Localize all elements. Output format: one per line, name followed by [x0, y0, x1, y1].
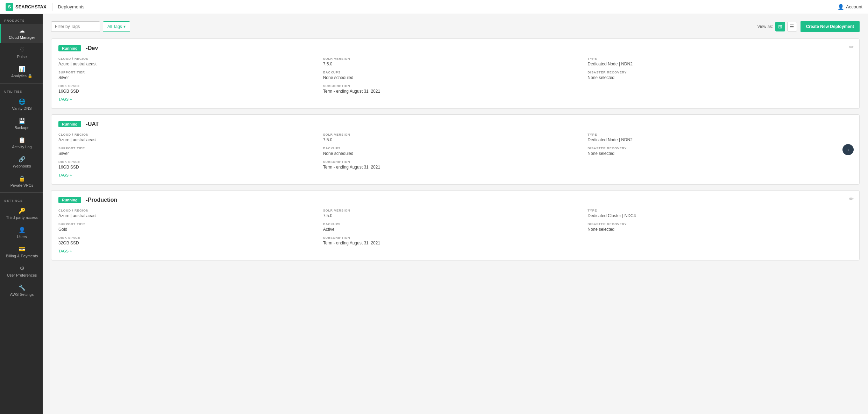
- field-subscription-production: SUBSCRIPTION Term - ending August 31, 20…: [323, 236, 588, 245]
- card-grid-dev: CLOUD / REGION Azure | australiaeast SOL…: [58, 57, 852, 94]
- deployment-card-uat: Running -UAT › CLOUD / REGION Azure | au…: [51, 114, 860, 185]
- third-party-icon: 🔑: [19, 207, 26, 214]
- field-type-production: TYPE Dedicated Cluster | NDC4: [588, 209, 852, 218]
- field-disaster-recovery-uat: DISASTER RECOVERY None selected: [588, 147, 852, 156]
- sidebar-item-activity-log[interactable]: 📋 Activity Log: [0, 133, 43, 152]
- field-subscription-dev: SUBSCRIPTION Term - ending August 31, 20…: [323, 84, 588, 94]
- sidebar-item-private-vpcs[interactable]: 🔒 Private VPCs: [0, 172, 43, 191]
- sidebar-item-billing[interactable]: 💳 Billing & Payments: [0, 242, 43, 262]
- field-cloud-region-dev: CLOUD / REGION Azure | australiaeast: [58, 57, 323, 66]
- activity-log-icon: 📋: [19, 137, 26, 143]
- list-view-button[interactable]: ☰: [787, 22, 797, 31]
- sidebar-label-billing: Billing & Payments: [6, 254, 38, 258]
- field-solr-version-production: SOLR VERSION 7.5.0: [323, 209, 588, 218]
- right-toolbar: View as: ⊞ ☰ Create New Deployment: [757, 21, 860, 32]
- sidebar-item-backups[interactable]: 💾 Backups: [0, 114, 43, 133]
- create-new-deployment-button[interactable]: Create New Deployment: [801, 21, 860, 32]
- sidebar-item-aws-settings[interactable]: 🔧 AWS Settings: [0, 281, 43, 300]
- tags-link-uat[interactable]: TAGS +: [58, 173, 72, 177]
- sidebar-label-webhooks: Webhooks: [13, 164, 31, 168]
- sidebar-label-cloud-manager: Cloud Manager: [9, 35, 35, 40]
- tags-link-dev[interactable]: TAGS +: [58, 97, 72, 101]
- sidebar-divider-2: [0, 192, 43, 193]
- field-type-uat: TYPE Dedicated Node | NDN2: [588, 133, 852, 142]
- app-body: PRODUCTS ☁ Cloud Manager ♡ Pulse 📊 Analy…: [0, 14, 868, 414]
- sidebar-item-user-preferences[interactable]: ⚙ User Preferences: [0, 262, 43, 281]
- sidebar-label-private-vpcs: Private VPCs: [10, 183, 33, 187]
- tags-link-production[interactable]: TAGS +: [58, 249, 72, 253]
- status-badge-dev: Running: [58, 45, 81, 51]
- pulse-icon: ♡: [20, 47, 24, 53]
- main-content: All Tags ▾ View as: ⊞ ☰ Create New Deplo…: [43, 14, 868, 414]
- status-badge-production: Running: [58, 197, 81, 203]
- grid-view-button[interactable]: ⊞: [775, 22, 785, 31]
- sidebar-divider-1: [0, 83, 43, 84]
- field-backups-production: BACKUPS Active: [323, 222, 588, 232]
- field-support-tier-production: SUPPORT TIER Gold: [58, 222, 323, 232]
- backups-icon: 💾: [19, 117, 26, 124]
- logo-s-badge: S: [6, 3, 13, 11]
- brand-logo[interactable]: S SEARCHSTAX: [6, 3, 47, 11]
- page-title: Deployments: [58, 4, 85, 9]
- field-solr-version-dev: SOLR VERSION 7.5.0: [323, 57, 588, 66]
- field-disk-space-dev: DISK SPACE 16GB SSD: [58, 84, 323, 94]
- main-toolbar: All Tags ▾ View as: ⊞ ☰ Create New Deplo…: [51, 21, 860, 32]
- field-type-dev: TYPE Dedicated Node | NDN2: [588, 57, 852, 66]
- aws-settings-icon: 🔧: [19, 284, 26, 291]
- deployment-list: Running -Dev ✏ CLOUD / REGION Azure | au…: [51, 38, 860, 260]
- edit-button-dev[interactable]: ✏: [849, 44, 854, 50]
- sidebar-label-activity-log: Activity Log: [12, 145, 31, 149]
- webhooks-icon: 🔗: [19, 156, 26, 163]
- field-support-tier-dev: SUPPORT TIER Silver: [58, 71, 323, 80]
- analytics-icon: 📊: [19, 66, 26, 72]
- account-icon: 👤: [838, 4, 844, 10]
- field-backups-uat: BACKUPS None scheduled: [323, 147, 588, 156]
- sidebar-item-vanity-dns[interactable]: 🌐 Vanity DNS: [0, 95, 43, 114]
- account-label: Account: [846, 4, 862, 9]
- account-menu[interactable]: 👤 Account: [838, 4, 862, 10]
- field-disk-space-uat: DISK SPACE 16GB SSD: [58, 160, 323, 170]
- sidebar-section-products: PRODUCTS: [0, 14, 43, 24]
- field-cloud-region-uat: CLOUD / REGION Azure | australiaeast: [58, 133, 323, 142]
- sidebar-item-cloud-manager[interactable]: ☁ Cloud Manager: [0, 24, 43, 43]
- field-support-tier-uat: SUPPORT TIER Silver: [58, 147, 323, 156]
- filter-by-tags-input[interactable]: [51, 21, 100, 32]
- filter-area: All Tags ▾: [51, 21, 130, 32]
- sidebar-label-analytics: Analytics 🔒: [11, 74, 33, 78]
- view-toggle: View as: ⊞ ☰: [757, 22, 797, 31]
- field-disaster-recovery-dev: DISASTER RECOVERY None selected: [588, 71, 852, 80]
- billing-icon: 💳: [19, 246, 26, 252]
- edit-button-production[interactable]: ✏: [849, 195, 854, 202]
- card-grid-uat: CLOUD / REGION Azure | australiaeast SOL…: [58, 133, 852, 170]
- sidebar: PRODUCTS ☁ Cloud Manager ♡ Pulse 📊 Analy…: [0, 14, 43, 414]
- deployment-name-production: -Production: [86, 197, 118, 203]
- view-as-label: View as:: [757, 24, 773, 29]
- sidebar-item-pulse[interactable]: ♡ Pulse: [0, 43, 43, 62]
- all-tags-label: All Tags: [107, 24, 122, 29]
- sidebar-label-pulse: Pulse: [17, 55, 27, 59]
- sidebar-label-vanity-dns: Vanity DNS: [12, 106, 31, 110]
- sidebar-item-webhooks[interactable]: 🔗 Webhooks: [0, 152, 43, 172]
- chevron-down-icon: ▾: [123, 24, 126, 29]
- sidebar-item-users[interactable]: 👤 Users: [0, 223, 43, 242]
- sidebar-label-user-prefs: User Preferences: [7, 273, 37, 277]
- status-badge-uat: Running: [58, 121, 81, 127]
- sidebar-section-utilities: UTILITIES: [0, 85, 43, 95]
- brand-name: SEARCHSTAX: [15, 4, 47, 9]
- field-subscription-uat: SUBSCRIPTION Term - ending August 31, 20…: [323, 160, 588, 170]
- sidebar-label-aws-settings: AWS Settings: [10, 292, 34, 297]
- card-header-dev: Running -Dev: [58, 45, 852, 51]
- field-disaster-recovery-production: DISASTER RECOVERY None selected: [588, 222, 852, 232]
- deployment-card-production: Running -Production ✏ CLOUD / REGION Azu…: [51, 190, 860, 260]
- field-backups-dev: BACKUPS None scheduled: [323, 71, 588, 80]
- nav-divider: [52, 3, 52, 11]
- field-disk-space-production: DISK SPACE 32GB SSD: [58, 236, 323, 245]
- sidebar-item-third-party[interactable]: 🔑 Third-party access: [0, 204, 43, 223]
- field-cloud-region-production: CLOUD / REGION Azure | australiaeast: [58, 209, 323, 218]
- sidebar-label-backups: Backups: [14, 126, 29, 130]
- card-header-production: Running -Production: [58, 197, 852, 203]
- deployment-name-uat: -UAT: [86, 121, 99, 127]
- all-tags-button[interactable]: All Tags ▾: [103, 21, 130, 32]
- sidebar-item-analytics[interactable]: 📊 Analytics 🔒: [0, 62, 43, 82]
- expand-button-uat[interactable]: ›: [842, 144, 854, 155]
